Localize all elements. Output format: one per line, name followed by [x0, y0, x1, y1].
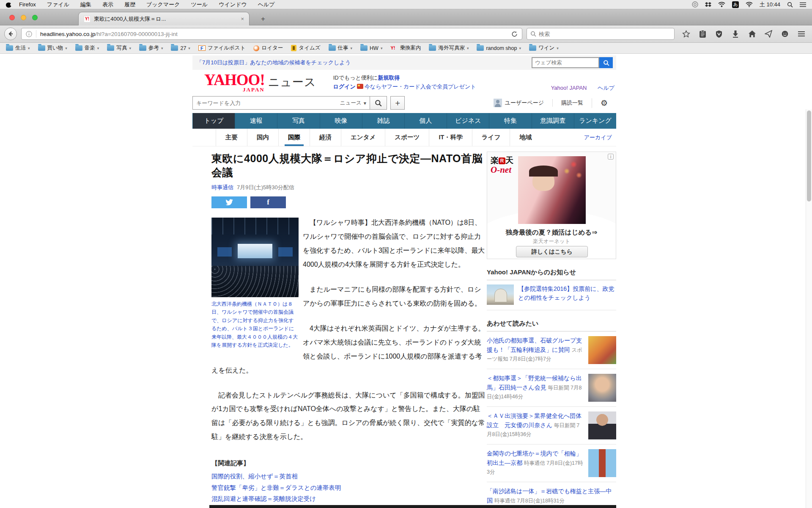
menubar-menu-item[interactable]: 表示	[102, 1, 113, 8]
bookmark-item[interactable]: random shop ▾	[477, 45, 521, 51]
extension-smiley-icon[interactable]	[779, 28, 790, 39]
apple-menu-icon[interactable]	[6, 1, 11, 8]
subnav-item[interactable]: エンタメ	[341, 129, 385, 146]
ime-input-icon[interactable]: あ	[732, 1, 739, 8]
add-keyword-button[interactable]: ＋	[390, 96, 405, 110]
reload-button[interactable]	[511, 31, 518, 37]
login-link[interactable]: ログイン	[333, 83, 356, 90]
signup-link[interactable]: 新規取得	[378, 75, 400, 81]
zoom-window-button[interactable]	[32, 15, 38, 20]
notification-center-icon[interactable]	[800, 2, 806, 7]
read-also-item[interactable]: ＜都知事選＞「野党統一候補なら出馬」石田純一さん会見 毎日新聞 7月8日(金)1…	[487, 369, 616, 407]
subnav-item[interactable]: ライフ	[472, 129, 510, 146]
nav-tab[interactable]: 雑誌	[362, 113, 404, 129]
bookmark-item[interactable]: ロイター	[253, 44, 283, 52]
article-photo[interactable]	[211, 218, 299, 297]
bookmark-item[interactable]: 生活 ▾	[6, 44, 30, 52]
back-button[interactable]	[4, 28, 17, 40]
reading-list-icon[interactable]	[697, 28, 708, 39]
page-scrollbar[interactable]	[806, 109, 812, 508]
bookmark-item[interactable]: 乗換案内	[390, 44, 421, 52]
menubar-menu-item[interactable]: ウインドウ	[219, 1, 247, 8]
notice-item[interactable]: 【参院選特集2016】投票前に、政党との相性をチェックしよう	[487, 280, 616, 310]
nav-tab[interactable]: 速報	[235, 113, 277, 129]
share-icon[interactable]	[763, 28, 774, 39]
ad-headline[interactable]: 独身最後の夏？婚活はじめる⇒	[487, 228, 616, 237]
sidebar-ad[interactable]: 楽R天 O-net i 独身最後の夏？婚活はじめる⇒ 楽天オーネット 詳しくはこ…	[487, 152, 616, 259]
help-link[interactable]: ヘルプ	[598, 85, 614, 91]
web-search-input[interactable]	[532, 57, 599, 68]
nav-tab[interactable]: トップ	[192, 113, 235, 129]
nav-tab[interactable]: 映像	[320, 113, 362, 129]
browser-tab[interactable]: Y! 東欧に4000人規模大隊＝ロ... ×	[78, 12, 250, 25]
browser-search-bar[interactable]	[527, 28, 675, 40]
news-search-button[interactable]	[370, 96, 387, 110]
read-also-item[interactable]: 金閣寺の七重塔か＝境内で「相輪」初出土―京都 時事通信 7月8日(金)17時3分	[487, 444, 616, 482]
close-window-button[interactable]	[9, 15, 15, 20]
web-search-button[interactable]	[599, 57, 613, 68]
yahoo-japan-link[interactable]: Yahoo! JAPAN	[551, 85, 587, 91]
bookmark-item[interactable]: HW ▾	[360, 45, 382, 51]
spotlight-icon[interactable]	[787, 2, 793, 8]
browser-search-input[interactable]	[539, 31, 671, 37]
shield-extension-icon[interactable]	[713, 28, 724, 39]
url-bar[interactable]: headlines.yahoo.co.jp/hl?a=20160709-0000…	[21, 28, 522, 40]
read-also-item[interactable]: ＜ＡＶ出演強要＞業界健全化へ団体設立 元女優の川奈さん 毎日新聞 7月8日(金)…	[487, 407, 616, 444]
subnav-item[interactable]: 主要	[216, 129, 247, 146]
yahoo-japan-logo[interactable]: YAHOO! JAPAN	[204, 72, 265, 92]
twitter-share-button[interactable]	[211, 196, 247, 208]
campaign-link[interactable]: 今ならヤフー・カード入会で全員プレゼント	[365, 83, 476, 90]
related-article-link[interactable]: 国際的役割、縮小せず＝英首相	[211, 471, 486, 482]
menubar-menu-item[interactable]: ブックマーク	[146, 1, 180, 8]
user-page-link[interactable]: ユーザーページ	[485, 99, 552, 107]
nav-tab[interactable]: 特集	[489, 113, 531, 129]
menubar-menu-item[interactable]: ヘルプ	[258, 1, 275, 8]
photo-caption-link[interactable]: 北大西洋条約機構（ＮＡＴＯ）は８日、ワルシャワで開催中の首脳会議で、ロシアに対す…	[211, 300, 299, 350]
nav-tab[interactable]: 個人	[404, 113, 447, 129]
site-info-icon[interactable]	[26, 31, 32, 37]
nav-tab[interactable]: ランキング	[574, 113, 616, 129]
read-also-link[interactable]: 小池氏の都知事選、石破グループ支援も！「五輪利権追及」に賛同	[487, 337, 582, 353]
minimize-window-button[interactable]	[21, 15, 26, 20]
bookmark-star-icon[interactable]	[680, 28, 691, 39]
bookmark-item[interactable]: ファイルポスト	[198, 44, 246, 52]
tab-close-icon[interactable]: ×	[241, 16, 244, 22]
search-scope-dropdown[interactable]: ニュース ▾	[340, 99, 366, 107]
election-banner-link[interactable]: 「7月10日は投票日」あなたの地域の候補者をチェックしよう	[197, 59, 351, 66]
nav-tab[interactable]: ビジネス	[447, 113, 489, 129]
nav-tab[interactable]: 意識調査	[532, 113, 574, 129]
bookmark-item[interactable]: 海外写真家 ▾	[429, 44, 469, 52]
related-article-link[interactable]: 警官銃撃「卑劣」と非難＝ダラスとの連帯表明	[211, 482, 486, 494]
read-also-item[interactable]: 「南沙諸島は一体」＝岩礁でも権益と主張―中国 時事通信 7月8日(金)18時31…	[487, 482, 616, 508]
bookmark-item[interactable]: 音楽 ▾	[75, 44, 99, 52]
menubar-menu-item[interactable]: ツール	[191, 1, 208, 8]
news-search-box[interactable]: ニュース ▾	[192, 96, 370, 110]
news-search-input[interactable]	[196, 100, 340, 106]
subscriptions-link[interactable]: 購読一覧	[552, 99, 592, 107]
bookmark-item[interactable]: 仕事 ▾	[329, 44, 353, 52]
subnav-item[interactable]: 地域	[510, 129, 541, 146]
menubar-menu-item[interactable]: 編集	[80, 1, 91, 8]
home-icon[interactable]	[746, 28, 757, 39]
facebook-share-button[interactable]: f	[250, 196, 286, 208]
wifi-scanner-icon[interactable]	[718, 2, 725, 7]
bookmark-item[interactable]: ワイン ▾	[529, 44, 559, 52]
menubar-menu-item[interactable]: Firefox	[19, 1, 36, 8]
menubar-clock[interactable]: 土 10:44	[760, 1, 780, 8]
menubar-menu-item[interactable]: 履歴	[124, 1, 135, 8]
creative-cloud-icon[interactable]	[692, 1, 698, 8]
subnav-item[interactable]: 国際	[278, 129, 310, 146]
downloads-icon[interactable]	[730, 28, 741, 39]
ad-cta-button[interactable]: 詳しくはこちら	[516, 246, 588, 257]
nav-tab[interactable]: 写真	[277, 113, 319, 129]
menu-hamburger-icon[interactable]	[796, 28, 807, 39]
notice-link[interactable]: 【参院選特集2016】投票前に、政党との相性をチェックしよう	[518, 284, 616, 305]
subnav-item[interactable]: スポーツ	[385, 129, 429, 146]
scrollbar-thumb[interactable]	[807, 110, 811, 202]
subnav-item[interactable]: 経済	[310, 129, 341, 146]
settings-button[interactable]: ⚙	[592, 98, 616, 108]
related-article-link[interactable]: 混乱回避と連帯確認＝英離脱決定受け	[211, 493, 486, 505]
ad-info-icon[interactable]: i	[608, 154, 614, 160]
subnav-item[interactable]: IT・科学	[429, 129, 472, 146]
bookmark-item[interactable]: 参考 ▾	[139, 44, 163, 52]
